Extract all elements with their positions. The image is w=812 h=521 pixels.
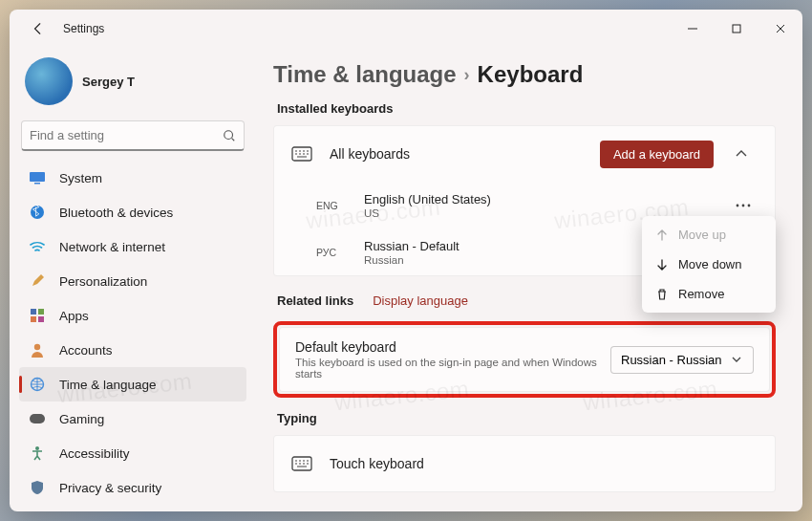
svg-point-12: [35, 446, 39, 450]
sidebar-item-bluetooth[interactable]: Bluetooth & devices: [19, 195, 246, 229]
keyboard-tag: ENG: [316, 200, 351, 211]
sidebar-item-label: Network & internet: [59, 240, 165, 254]
sidebar-item-system[interactable]: System: [19, 161, 246, 195]
typing-label: Typing: [277, 411, 772, 425]
chevron-down-icon: [732, 357, 741, 362]
breadcrumb-parent[interactable]: Time & language: [273, 61, 457, 88]
svg-point-15: [742, 205, 745, 207]
keyboard-sub: US: [364, 207, 491, 219]
person-icon: [29, 341, 46, 358]
ctx-move-down[interactable]: Move down: [646, 250, 772, 279]
avatar: [25, 57, 73, 105]
sidebar-item-label: Privacy & security: [59, 481, 161, 495]
close-button[interactable]: [759, 10, 802, 48]
touch-keyboard-card[interactable]: Touch keyboard: [273, 435, 776, 492]
touch-keyboard-label: Touch keyboard: [330, 456, 424, 471]
installed-keyboards-label: Installed keyboards: [277, 101, 772, 116]
search-icon: [223, 129, 236, 142]
svg-point-1: [224, 130, 233, 139]
sidebar-item-label: Bluetooth & devices: [59, 206, 173, 220]
shield-icon: [29, 479, 46, 496]
ctx-label: Remove: [678, 287, 724, 301]
svg-point-9: [34, 344, 40, 350]
profile[interactable]: Sergey T: [19, 52, 246, 115]
default-keyboard-dropdown[interactable]: Russian - Russian: [610, 346, 754, 374]
keyboard-icon: [291, 456, 312, 471]
related-links-label: Related links: [277, 293, 353, 308]
svg-rect-2: [30, 172, 45, 182]
sidebar-item-label: System: [59, 171, 102, 185]
keyboard-title: English (United States): [364, 192, 491, 206]
default-keyboard-highlight: Default keyboard This keyboard is used o…: [273, 321, 776, 398]
svg-rect-11: [30, 414, 45, 423]
svg-rect-0: [733, 25, 740, 33]
svg-rect-3: [34, 183, 40, 185]
globe-clock-icon: [29, 376, 46, 393]
window-controls: [671, 10, 802, 48]
sidebar-item-label: Time & language: [59, 378, 157, 392]
dropdown-value: Russian - Russian: [621, 353, 722, 367]
arrow-down-icon: [655, 258, 669, 271]
svg-rect-5: [31, 309, 36, 315]
sidebar-item-label: Accessibility: [59, 446, 130, 461]
back-button[interactable]: [25, 15, 52, 42]
trash-icon: [655, 288, 669, 301]
settings-window: Settings Sergey T System Bluetooth & dev…: [10, 10, 802, 511]
arrow-up-icon: [655, 228, 669, 242]
svg-point-16: [748, 205, 751, 207]
display-language-link[interactable]: Display language: [373, 293, 468, 308]
keyboard-tag: РУС: [316, 247, 351, 258]
search-input[interactable]: [30, 128, 223, 142]
ctx-label: Move up: [678, 228, 726, 242]
window-title: Settings: [63, 22, 104, 35]
keyboard-sub: Russian: [364, 254, 459, 266]
sidebar-item-label: Personalization: [59, 274, 147, 289]
sidebar-item-network[interactable]: Network & internet: [19, 229, 246, 264]
add-keyboard-button[interactable]: Add a keyboard: [600, 141, 714, 168]
titlebar: Settings: [10, 10, 802, 48]
minimize-button[interactable]: [671, 10, 715, 48]
breadcrumb: Time & language › Keyboard: [273, 61, 776, 88]
sidebar-item-personalization[interactable]: Personalization: [19, 264, 246, 298]
bluetooth-icon: [29, 204, 46, 221]
ctx-label: Move down: [678, 257, 741, 271]
chevron-up-icon: [736, 150, 747, 158]
nav: System Bluetooth & devices Network & int…: [19, 159, 246, 511]
search-box[interactable]: [21, 120, 245, 151]
sidebar-item-gaming[interactable]: Gaming: [19, 402, 246, 436]
collapse-button[interactable]: [725, 138, 758, 170]
ctx-move-up: Move up: [646, 220, 772, 250]
maximize-button[interactable]: [715, 10, 759, 48]
svg-rect-8: [38, 316, 44, 322]
sidebar-item-label: Apps: [59, 309, 89, 323]
all-keyboards-label: All keyboards: [330, 146, 410, 162]
keyboard-icon: [291, 146, 312, 162]
chevron-right-icon: ›: [464, 65, 470, 85]
gaming-icon: [29, 410, 46, 427]
brush-icon: [29, 272, 46, 290]
more-icon: [736, 204, 751, 207]
context-menu: Move up Move down Remove: [642, 216, 776, 313]
apps-icon: [29, 307, 46, 324]
display-icon: [29, 169, 46, 186]
keyboard-title: Russian - Default: [364, 239, 459, 253]
svg-rect-7: [31, 316, 36, 322]
breadcrumb-current: Keyboard: [478, 61, 584, 88]
default-keyboard-title: Default keyboard: [295, 339, 610, 355]
sidebar-item-apps[interactable]: Apps: [19, 298, 246, 333]
sidebar-item-label: Accounts: [59, 343, 113, 358]
user-name: Sergey T: [82, 75, 135, 89]
ctx-remove[interactable]: Remove: [646, 279, 772, 309]
sidebar-item-accessibility[interactable]: Accessibility: [19, 436, 246, 470]
accessibility-icon: [29, 445, 46, 462]
sidebar-item-privacy[interactable]: Privacy & security: [19, 470, 246, 505]
svg-point-14: [737, 205, 739, 207]
sidebar-item-label: Gaming: [59, 412, 104, 426]
sidebar: Sergey T System Bluetooth & devices Netw…: [10, 48, 256, 511]
default-keyboard-desc: This keyboard is used on the sign-in pag…: [295, 357, 610, 380]
svg-rect-6: [38, 309, 44, 315]
wifi-icon: [29, 238, 46, 255]
sidebar-item-accounts[interactable]: Accounts: [19, 333, 246, 367]
sidebar-item-time-language[interactable]: Time & language: [19, 367, 246, 402]
